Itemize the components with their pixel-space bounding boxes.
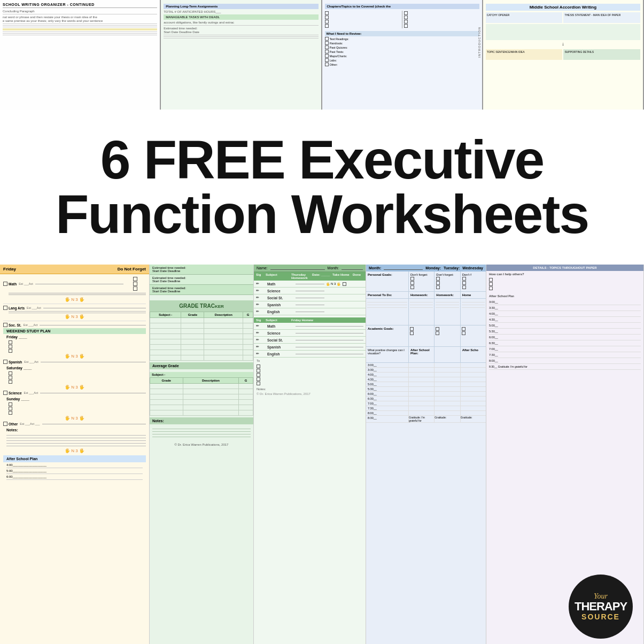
done-col-header: Done (353, 273, 363, 280)
thu-spanish-hw (296, 305, 324, 305)
checkbox4[interactable] (325, 24, 329, 28)
homework-tue-label: Homework: (434, 292, 460, 298)
fri-science-hw (296, 333, 363, 333)
hw-other-checkbox[interactable] (3, 422, 7, 426)
checkbox1[interactable] (325, 11, 329, 15)
gt-row-2 (150, 329, 253, 334)
to-check5 (257, 382, 363, 385)
checkbox8[interactable] (404, 24, 408, 28)
checkbox5[interactable] (404, 11, 408, 15)
checkbox-labs[interactable] (325, 58, 329, 62)
card1-line4 (3, 27, 157, 27)
gt2-row4 (150, 400, 253, 405)
card1-title: School Writing Organizer - continued (3, 3, 157, 8)
thu-english-hw (296, 312, 324, 312)
card2-line1 (164, 25, 318, 26)
hw-math-line3 (9, 294, 146, 295)
hw-socst-checkbox[interactable] (3, 323, 7, 327)
hw-dnf-check3[interactable] (133, 286, 137, 291)
hw-langarts-checkbox[interactable] (3, 306, 7, 310)
fri-math-sig: ✏ (256, 324, 266, 328)
handouts-label: Handouts: (330, 42, 343, 45)
hw-science-checkbox[interactable] (3, 391, 7, 395)
checkbox6[interactable] (404, 15, 408, 19)
friday-label: Friday (3, 267, 16, 271)
card3-check5 (404, 11, 479, 15)
hw-socst-row: Soc. St. Est ___Act (3, 323, 146, 327)
thu-hw-header: Thursday Homework (291, 273, 311, 280)
hw-dnf-check2[interactable] (133, 282, 137, 286)
card2-line4 (164, 38, 318, 38)
checkbox-quizzes[interactable] (325, 45, 329, 49)
hw-langarts-line (43, 308, 146, 308)
t300: 3:00__ (366, 363, 409, 367)
t730: 7:30__ (366, 406, 409, 410)
hw-spanish-checkbox[interactable] (3, 360, 7, 364)
gt-col-g: G (243, 312, 253, 318)
logo-therapy-text: THERAPY (575, 601, 627, 612)
sun-check1 (9, 402, 146, 406)
checkbox-other[interactable] (325, 63, 329, 66)
checkbox-maps[interactable] (325, 54, 329, 58)
top-worksheet-strip: School Writing Organizer - continued Con… (0, 0, 644, 112)
time-row-430: 4:30__ (366, 377, 486, 382)
thu-science-hw (296, 291, 324, 291)
thu-spanish-sig: ✏ (256, 302, 266, 307)
hw-dnf-check1[interactable] (133, 277, 137, 281)
checkbox-readings[interactable] (325, 37, 329, 41)
hw-langarts-lines (3, 311, 146, 313)
don-wed-1 (462, 277, 484, 281)
friday-weekend-label: Friday ____ (3, 334, 146, 340)
card2-text2: MANAGEABLE TASKS WITH DEADL (164, 14, 318, 20)
card2-text1: TOTAL # OF ANTICIPATED HOURS___ (164, 10, 318, 13)
card3-check2 (325, 15, 400, 19)
thu-math-sig: ✏ (256, 282, 266, 286)
notes-label: Notes: (3, 427, 146, 433)
don-mon-2 (410, 281, 432, 285)
grade-tracker-header: GRADE TRACKER (150, 300, 253, 312)
fri-english-row: ✏ English (254, 351, 366, 358)
checkbox3[interactable] (325, 20, 329, 24)
time-row-600: 6:00__ (366, 392, 486, 397)
gt-col-description: Description (204, 312, 243, 318)
fri-english-sig: ✏ (256, 352, 266, 356)
personal-todo-row: Personal To Do: Homework: Homework: Home (366, 292, 486, 299)
card3-check8 (404, 24, 479, 28)
t500: 5:00__ (366, 382, 409, 386)
fri-check3 (9, 349, 146, 353)
ac-wed-2 (462, 331, 485, 335)
to-section: To (254, 358, 366, 364)
todo-tue-lines (434, 299, 460, 325)
t430: 4:30__ (366, 377, 409, 382)
sat-check1 (9, 371, 146, 375)
hw-spanish-subject: Spanish (9, 360, 22, 364)
grade-table: Subject - Grade Description G (150, 312, 253, 361)
gratitude-mon: Gratitude: I'm grateful for (409, 416, 434, 422)
hw-spanish-line (41, 362, 146, 362)
hero-text: 6 FREE Executive Function Worksheets (56, 133, 588, 242)
t530: 5:30__ (366, 387, 409, 391)
time-row-330: 3:30__ (366, 368, 486, 373)
todo-mon-lines (409, 299, 434, 325)
hw-math-checkbox[interactable] (3, 282, 7, 286)
fri-spanish-sig: ✏ (256, 345, 266, 349)
checkbox7[interactable] (404, 20, 408, 24)
t300-wed (461, 363, 486, 367)
gt-row-3 (150, 334, 253, 339)
checkbox2[interactable] (325, 15, 329, 19)
hw-divider1 (3, 304, 146, 304)
hw-math-subject: Math (9, 282, 17, 286)
thu-math-done[interactable] (343, 282, 346, 286)
checkbox-tests[interactable] (325, 50, 329, 53)
hw-math-row: Math Est ___Act (3, 277, 146, 291)
checkbox-handouts[interactable] (325, 41, 329, 45)
thu-spanish-subject: Spanish (267, 303, 294, 307)
fri-spanish-subject: Spanish (267, 345, 294, 349)
card1-subtitle: Concluding Paragraph (3, 10, 157, 13)
worksheet-card-1: School Writing Organizer - continued Con… (0, 0, 161, 111)
don-mon-3 (410, 285, 432, 289)
notes-3-label: Notes: (254, 386, 366, 392)
hero-line1: 6 FREE Executive (100, 129, 544, 190)
subj-col-header: Subject (266, 273, 290, 280)
est-dates-3: Start Date Deadline (152, 290, 251, 293)
